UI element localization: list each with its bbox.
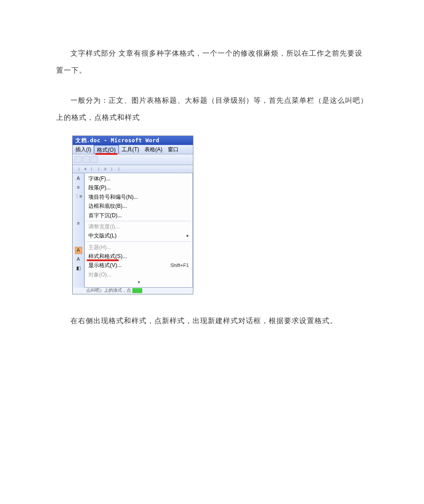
green-highlight bbox=[132, 288, 142, 293]
styles-icon: A bbox=[75, 247, 82, 254]
spacer-icon bbox=[75, 202, 82, 209]
window-titlebar: 文档.doc - Microsoft Word bbox=[73, 136, 193, 145]
bullets-icon: ⋮≡ bbox=[75, 193, 82, 200]
menu-item-dropcap[interactable]: 首字下沉(D)... bbox=[85, 211, 192, 220]
menu-item-reveal-formatting[interactable]: 显示格式(V)... Shift+F1 bbox=[85, 261, 192, 270]
spacer-icon bbox=[75, 238, 82, 245]
object-icon: ◧ bbox=[75, 265, 82, 272]
reveal-icon: A bbox=[75, 256, 82, 263]
toolbar-icon[interactable] bbox=[83, 156, 90, 163]
paragraph-2: 一般分为：正文、图片表格标题、大标题（目录级别）等，首先点菜单栏（是这么叫吧）上… bbox=[56, 92, 368, 127]
menu-bar: 插入(I) 格式(O) 工具(T) 表格(A) 窗口 bbox=[73, 145, 193, 154]
menu-table[interactable]: 表格(A) bbox=[142, 145, 165, 154]
spacer-icon bbox=[75, 229, 82, 236]
menu-item-paragraph[interactable]: 段落(P)... bbox=[85, 183, 192, 192]
menu-item-font[interactable]: 字体(F)... bbox=[85, 174, 192, 183]
menu-item-styles[interactable]: 样式和格式(S)... bbox=[85, 252, 192, 261]
toolbar-standard bbox=[73, 154, 193, 165]
paragraph-3: 在右侧出现格式和样式，点新样式，出现新建样式对话框，根据要求设置格式。 bbox=[56, 312, 368, 329]
menu-format[interactable]: 格式(O) bbox=[94, 145, 118, 154]
menu-item-adjust-width[interactable]: 调整宽度(I)... bbox=[85, 222, 192, 231]
menu-item-reveal-label: 显示格式(V)... bbox=[88, 262, 122, 268]
spacer-icon bbox=[75, 211, 82, 218]
menu-item-borders[interactable]: 边框和底纹(B)... bbox=[85, 202, 192, 210]
ruler: ｜4｜｜2｜｜ bbox=[73, 165, 193, 173]
menu-separator bbox=[87, 221, 191, 221]
paragraph-icon: ≡ bbox=[75, 184, 82, 191]
menu-item-styles-label: 样式和格式(S)... bbox=[88, 253, 127, 259]
shortcut-label: Shift+F1 bbox=[170, 263, 189, 268]
menu-item-bullets[interactable]: 项目符号和编号(N)... bbox=[85, 193, 192, 202]
submenu-arrow-icon: ▸ bbox=[187, 233, 189, 238]
menu-separator bbox=[87, 241, 191, 242]
expand-chevron-icon[interactable]: ▾ bbox=[85, 279, 192, 286]
menu-item-theme[interactable]: 主题(H)... bbox=[85, 243, 192, 252]
format-dropdown: 字体(F)... 段落(P)... 项目符号和编号(N)... 边框和底纹(B)… bbox=[84, 173, 193, 288]
menu-insert[interactable]: 插入(I) bbox=[73, 145, 94, 154]
toolbar-icon[interactable] bbox=[91, 156, 98, 163]
font-icon: A bbox=[75, 175, 82, 182]
dropdown-area: A ≡ ⋮≡ ≡ A A ◧ 字体(F)... 段落(P)... 项目符号和编号… bbox=[73, 173, 193, 288]
paragraph-1: 文字样式部分 文章有很多种字体格式，一个一个的修改很麻烦，所以在工作之前先要设置… bbox=[56, 45, 368, 79]
menu-item-cjk-layout[interactable]: 中文版式(L) ▸ bbox=[85, 231, 192, 240]
word-screenshot: 文档.doc - Microsoft Word 插入(I) 格式(O) 工具(T… bbox=[72, 136, 193, 295]
menu-format-label: 格式(O) bbox=[97, 147, 115, 153]
menu-tools[interactable]: 工具(T) bbox=[119, 145, 142, 154]
clipped-footer: 么叫吧）上的涂式，点 bbox=[73, 288, 193, 294]
footer-scrap-text: 么叫吧）上的涂式，点 bbox=[86, 288, 131, 293]
toolbar-icon[interactable] bbox=[74, 156, 82, 163]
annotation-underline-format bbox=[95, 153, 117, 155]
width-icon: ≡ bbox=[75, 220, 82, 227]
dropdown-icon-column: A ≡ ⋮≡ ≡ A A ◧ bbox=[73, 173, 84, 288]
menu-item-cjk-label: 中文版式(L) bbox=[88, 232, 117, 239]
menu-window[interactable]: 窗口 bbox=[165, 145, 181, 154]
menu-item-object[interactable]: 对象(O)... bbox=[85, 270, 192, 279]
